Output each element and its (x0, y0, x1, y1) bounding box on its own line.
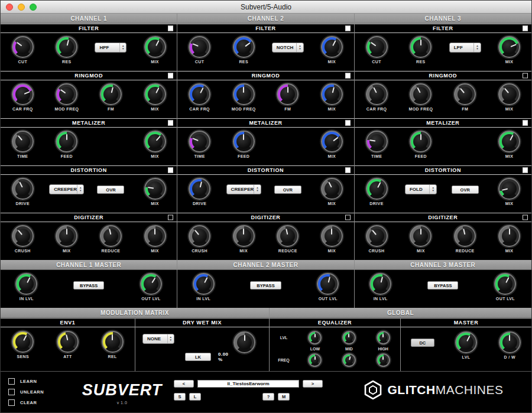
metalizer-enable-checkbox[interactable] (523, 121, 528, 126)
bypass-button[interactable]: BYPASS (73, 281, 104, 290)
ovr-button[interactable]: OVR (452, 186, 479, 194)
mix-knob[interactable] (144, 131, 166, 152)
metalizer-enable-checkbox[interactable] (168, 121, 173, 126)
att-knob[interactable] (57, 331, 79, 353)
clear-control[interactable]: CLEAR (8, 399, 70, 406)
mix-knob[interactable] (321, 178, 343, 200)
clear-checkbox[interactable] (8, 399, 15, 406)
eq-freq-high-knob[interactable] (377, 353, 390, 367)
eq-freq-low-knob[interactable] (308, 353, 322, 367)
rel-knob[interactable] (102, 331, 124, 353)
ovr-button[interactable]: OVR (97, 186, 124, 194)
digitizer-enable-checkbox[interactable] (523, 215, 528, 220)
filter-enable-checkbox[interactable] (345, 26, 351, 31)
res-knob[interactable] (56, 36, 77, 58)
preset-save-button[interactable]: S (174, 393, 186, 401)
mix-knob[interactable] (321, 131, 343, 152)
mix-knob[interactable] (498, 131, 520, 152)
mix-knob[interactable] (410, 225, 432, 247)
fm-knob[interactable] (454, 83, 476, 105)
preset-prev-button[interactable]: < (174, 380, 194, 388)
titlebar[interactable]: Subvert/5-Audio (1, 1, 531, 14)
eq-lvl-mid-knob[interactable] (342, 331, 356, 344)
time-knob[interactable] (366, 131, 388, 152)
mix-knob[interactable] (498, 178, 520, 200)
master-lvl-knob[interactable] (455, 331, 477, 353)
time-knob[interactable] (189, 131, 210, 152)
car-frq-knob[interactable] (189, 83, 210, 105)
feed-knob[interactable] (233, 131, 255, 152)
metalizer-enable-checkbox[interactable] (345, 121, 351, 126)
lk-button[interactable]: LK (185, 353, 211, 361)
mix-knob[interactable] (144, 225, 166, 247)
mix-knob[interactable] (498, 36, 520, 58)
distortion-enable-checkbox[interactable] (168, 168, 173, 173)
out-lvl-knob[interactable] (494, 273, 516, 295)
mix-knob[interactable] (144, 178, 166, 200)
mix-knob[interactable] (321, 83, 343, 105)
crush-knob[interactable] (12, 225, 34, 247)
close-button[interactable] (6, 4, 13, 11)
filter-enable-checkbox[interactable] (523, 26, 528, 31)
out-lvl-knob[interactable] (140, 273, 162, 295)
car-frq-knob[interactable] (12, 83, 34, 105)
dc-button[interactable]: DC (411, 339, 434, 347)
mod-freq-knob[interactable] (410, 83, 432, 105)
digitizer-enable-checkbox[interactable] (168, 215, 173, 220)
reduce-knob[interactable] (277, 225, 299, 247)
learn-checkbox[interactable] (8, 378, 15, 385)
in-lvl-knob[interactable] (369, 273, 391, 295)
distortion-enable-checkbox[interactable] (523, 168, 528, 173)
minimize-button[interactable] (18, 4, 25, 11)
mix-knob[interactable] (144, 83, 166, 105)
bypass-button[interactable]: BYPASS (427, 281, 458, 290)
bypass-button[interactable]: BYPASS (250, 281, 281, 290)
preset-load-button[interactable]: L (189, 393, 201, 401)
feed-knob[interactable] (56, 131, 77, 152)
mix-knob[interactable] (56, 225, 77, 247)
crush-knob[interactable] (189, 225, 210, 247)
filter-enable-checkbox[interactable] (168, 26, 173, 31)
unlearn-checkbox[interactable] (8, 389, 15, 395)
ovr-button[interactable]: OVR (274, 186, 301, 194)
filter-type-select[interactable]: NOTCH▲▼ (272, 43, 304, 53)
cut-knob[interactable] (12, 36, 34, 58)
mix-knob[interactable] (233, 225, 255, 247)
sens-knob[interactable] (12, 331, 34, 353)
drive-knob[interactable] (366, 178, 388, 200)
eq-freq-mid-knob[interactable] (342, 353, 356, 367)
in-lvl-knob[interactable] (15, 273, 37, 295)
distortion-type-select[interactable]: CREEPER▲▼ (226, 184, 261, 194)
unlearn-control[interactable]: UNLEARN (8, 389, 70, 395)
fm-knob[interactable] (100, 83, 122, 105)
ringmod-enable-checkbox[interactable] (168, 73, 173, 79)
digitizer-enable-checkbox[interactable] (345, 215, 351, 220)
in-lvl-knob[interactable] (193, 273, 215, 295)
preset-name-display[interactable]: Il_TiestosEarworm (197, 380, 299, 388)
out-lvl-knob[interactable] (317, 273, 339, 295)
mix-knob[interactable] (498, 83, 520, 105)
mod-freq-knob[interactable] (233, 83, 255, 105)
eq-lvl-high-knob[interactable] (377, 331, 390, 344)
res-knob[interactable] (410, 36, 432, 58)
mod-source-select[interactable]: NONE ▲▼ (142, 334, 174, 344)
fm-knob[interactable] (277, 83, 299, 105)
distortion-type-select[interactable]: CREEPER▲▼ (49, 184, 84, 194)
preset-next-button[interactable]: > (303, 380, 323, 388)
mix-knob[interactable] (321, 36, 343, 58)
mix-knob[interactable] (498, 225, 520, 247)
drive-knob[interactable] (12, 178, 34, 200)
distortion-enable-checkbox[interactable] (345, 168, 351, 173)
cut-knob[interactable] (366, 36, 388, 58)
mix-knob[interactable] (321, 225, 343, 247)
master-dw-knob[interactable] (499, 331, 521, 353)
crush-knob[interactable] (366, 225, 388, 247)
feed-knob[interactable] (410, 131, 432, 152)
eq-lvl-low-knob[interactable] (308, 331, 322, 344)
filter-type-select[interactable]: HPF▲▼ (95, 43, 126, 53)
car-frq-knob[interactable] (366, 83, 388, 105)
learn-control[interactable]: LEARN (8, 378, 70, 385)
reduce-knob[interactable] (100, 225, 122, 247)
reduce-knob[interactable] (454, 225, 476, 247)
zoom-button[interactable] (30, 4, 37, 11)
